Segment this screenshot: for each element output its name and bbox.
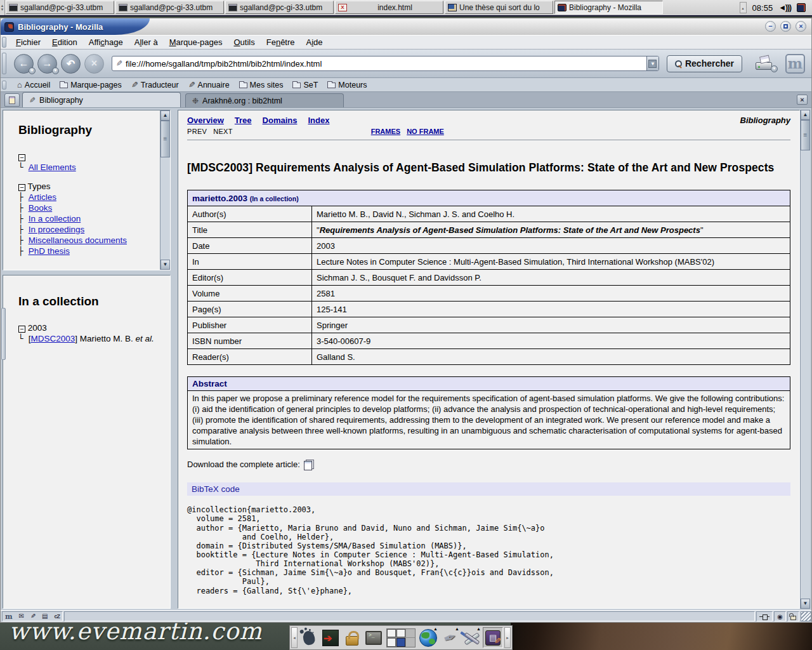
- privacy-indicator[interactable]: ◉: [774, 611, 786, 621]
- personal-toolbar-item-messites[interactable]: Mes sites: [239, 81, 284, 90]
- menu-aller[interactable]: Aller à: [129, 36, 164, 48]
- menu-outils[interactable]: Outils: [228, 36, 260, 48]
- addressbook-icon[interactable]: ▤: [42, 613, 48, 620]
- tabbar-close-button[interactable]: ×: [797, 95, 808, 105]
- stop-button[interactable]: ×: [84, 54, 104, 74]
- sidebar-link-inproceedings[interactable]: In proceedings: [29, 225, 85, 234]
- forward-button[interactable]: →▼: [37, 54, 57, 74]
- taskbar-window-button[interactable]: Xindex.html: [335, 1, 443, 14]
- personal-toolbar-item-set[interactable]: SeT: [292, 81, 318, 90]
- logout-button[interactable]: [320, 627, 341, 648]
- menu-fentre[interactable]: Fenêtre: [261, 36, 301, 48]
- entry-row-value: Marietto M. B., David N., Sichman J. S. …: [312, 206, 790, 222]
- personal-toolbar-item-traducteur[interactable]: ✎Traducteur: [131, 81, 179, 90]
- search-button[interactable]: Rechercher: [667, 55, 742, 72]
- menu-fichier[interactable]: Fichier: [10, 36, 46, 48]
- mail-icon[interactable]: ✉: [19, 613, 24, 620]
- main-scrollbar[interactable]: ▲ ▼: [800, 110, 810, 609]
- panel-collapse-left-icon[interactable]: ◂: [291, 627, 298, 648]
- maximize-button[interactable]: [780, 21, 791, 32]
- scroll-up-icon[interactable]: ▲: [160, 110, 170, 121]
- personal-toolbar-item-accueil[interactable]: ⌂Accueil: [17, 81, 50, 90]
- sidebar-overview-frame: Bibliography − └ All Elements − Types ├ …: [3, 110, 171, 270]
- sidebar-link-all-elements[interactable]: All Elements: [29, 162, 76, 172]
- frame-splitter-horizontal[interactable]: [3, 270, 171, 275]
- sidebar-link-books[interactable]: Books: [29, 203, 53, 213]
- personal-toolbar-item-annuaire[interactable]: ✎Annuaire: [188, 81, 230, 90]
- scroll-up-icon[interactable]: ▲: [801, 110, 810, 120]
- navbar-grippy[interactable]: [2, 53, 6, 74]
- noframe-link[interactable]: NO FRAME: [407, 128, 444, 135]
- sidebar-link-articles[interactable]: Articles: [29, 192, 56, 202]
- personal-toolbar-item-marquepages[interactable]: Marque-pages: [60, 81, 122, 90]
- print-button[interactable]: ▼: [755, 56, 774, 71]
- scroll-down-icon[interactable]: ▼: [801, 599, 810, 609]
- taskbar-window-button[interactable]: Une thèse qui sort du lo: [445, 1, 553, 14]
- taskbar-drag-handle[interactable]: ▲▼: [0, 0, 5, 15]
- persbar-grippy[interactable]: [2, 81, 6, 90]
- sidebar-link-inacollection[interactable]: In a collection: [29, 214, 81, 223]
- back-dropdown-icon[interactable]: ▼: [29, 67, 36, 74]
- gnome-menu-button[interactable]: [299, 627, 319, 648]
- back-button[interactable]: ←▼: [14, 54, 34, 74]
- frames-link[interactable]: FRAMES: [371, 128, 400, 135]
- doc-nav-link-tree[interactable]: Tree: [235, 116, 252, 125]
- doc-nav-link-index[interactable]: Index: [308, 116, 329, 125]
- scrollbar-thumb[interactable]: [160, 121, 170, 157]
- volume-icon[interactable]: ◄))): [778, 3, 791, 12]
- panel-collapse-right-icon[interactable]: ▸: [504, 627, 511, 648]
- offline-indicator[interactable]: [756, 611, 773, 621]
- url-input[interactable]: [126, 59, 643, 69]
- collapse-box-icon[interactable]: −: [18, 326, 25, 333]
- reload-button[interactable]: ↶: [61, 54, 81, 74]
- print-dropdown-icon[interactable]: ▼: [771, 65, 778, 72]
- abstract-header: Abstract: [188, 377, 790, 391]
- menu-affichage[interactable]: Affichage: [83, 36, 129, 48]
- personal-toolbar-item-moteurs[interactable]: Moteurs: [327, 81, 367, 90]
- scrollbar-thumb[interactable]: [801, 120, 810, 150]
- browser-launcher[interactable]: ▲: [418, 627, 438, 648]
- taskbar-window-button[interactable]: sgalland@pc-gi-33.utbm: [225, 1, 334, 14]
- composer-icon[interactable]: ✎: [30, 613, 36, 620]
- taskbar-window-button[interactable]: Bibliography - Mozilla: [554, 1, 663, 14]
- lock-screen-button[interactable]: [342, 627, 362, 648]
- sidebar-link-phdthesis[interactable]: PhD thesis: [29, 246, 70, 256]
- scroll-down-icon[interactable]: ▼: [160, 260, 170, 270]
- tab-bibliography[interactable]: ✎Bibliography: [22, 92, 181, 107]
- minimize-button[interactable]: −: [765, 21, 776, 32]
- security-indicator[interactable]: [787, 611, 799, 621]
- chatzilla-icon[interactable]: cZ: [54, 613, 60, 620]
- new-tab-button[interactable]: [4, 93, 20, 107]
- window-resize-grip[interactable]: [801, 611, 811, 621]
- titlebar[interactable]: Bibliography - Mozilla − ×: [1, 18, 811, 35]
- workspace-pager[interactable]: [385, 627, 417, 648]
- tab-arakhnorgbib2html[interactable]: ❉Arakhnê.org : bib2html: [185, 93, 344, 107]
- sidebar-entry-link[interactable]: MDSC2003: [30, 334, 75, 343]
- mozilla-logo-button[interactable]: m: [785, 54, 805, 74]
- tray-app-icon[interactable]: [797, 3, 806, 12]
- menu-aide[interactable]: Aide: [301, 36, 329, 48]
- taskbar-window-button[interactable]: sgalland@pc-gi-33.utbm: [6, 1, 114, 14]
- editor-launcher[interactable]: [483, 627, 503, 648]
- frame-splitter-vertical[interactable]: [171, 110, 178, 609]
- close-button[interactable]: ×: [796, 21, 806, 32]
- sidebar-scrollbar[interactable]: ▲ ▼: [160, 110, 170, 270]
- navigator-icon[interactable]: m: [5, 613, 13, 621]
- download-article-icon[interactable]: [304, 460, 313, 469]
- writer-launcher[interactable]: ✒▲: [440, 627, 460, 648]
- url-dropdown-button[interactable]: ▼: [646, 56, 658, 70]
- collapse-box-icon[interactable]: −: [18, 154, 25, 161]
- forward-dropdown-icon[interactable]: ▼: [52, 67, 59, 74]
- tools-launcher[interactable]: ▲: [461, 627, 481, 648]
- doc-nav-link-overview[interactable]: Overview: [187, 116, 224, 125]
- menu-marquepages[interactable]: Marque-pages: [164, 36, 228, 48]
- terminal-launcher[interactable]: [363, 627, 384, 648]
- collapse-box-icon[interactable]: −: [18, 184, 25, 191]
- menu-edition[interactable]: Edition: [46, 36, 83, 48]
- tasklist-collapse-arrow[interactable]: ▴: [740, 2, 747, 13]
- sidebar-splitter-grippy[interactable]: [1, 308, 6, 360]
- sidebar-link-miscellaneousdocuments[interactable]: Miscellaneous documents: [29, 235, 127, 245]
- doc-nav-link-domains[interactable]: Domains: [263, 116, 298, 125]
- taskbar-window-button[interactable]: sgalland@pc-gi-33.utbm: [115, 1, 224, 14]
- menubar-grippy[interactable]: [2, 37, 6, 48]
